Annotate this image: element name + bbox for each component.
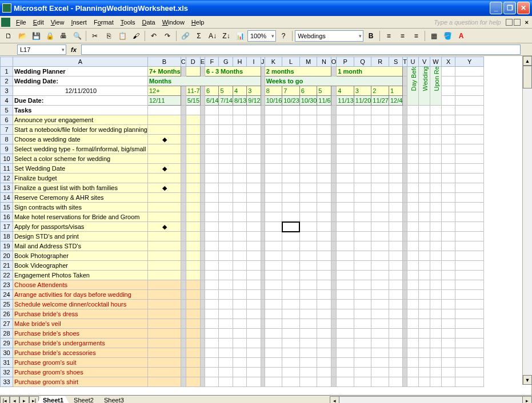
cell[interactable] xyxy=(265,290,282,300)
cell[interactable] xyxy=(455,144,484,154)
cell[interactable] xyxy=(247,241,261,251)
cell[interactable] xyxy=(317,115,331,125)
cell[interactable] xyxy=(403,164,407,174)
cell[interactable] xyxy=(403,319,407,329)
cell[interactable] xyxy=(200,135,205,144)
cell[interactable] xyxy=(455,309,484,319)
cell[interactable] xyxy=(148,338,181,348)
cell[interactable] xyxy=(261,309,265,319)
cell[interactable] xyxy=(389,115,402,125)
cell[interactable] xyxy=(331,222,337,232)
cell[interactable] xyxy=(371,232,389,241)
cell[interactable] xyxy=(205,115,219,125)
col-header-J[interactable]: J xyxy=(261,57,265,67)
cell[interactable] xyxy=(419,338,430,348)
cell[interactable] xyxy=(265,329,282,338)
cell[interactable] xyxy=(299,290,317,300)
cell[interactable] xyxy=(265,338,282,348)
tab-sheet1[interactable]: Sheet1 xyxy=(37,396,70,403)
cell[interactable] xyxy=(299,377,317,387)
fx-button[interactable]: fx xyxy=(71,46,77,53)
cell[interactable] xyxy=(265,271,282,280)
font-combo[interactable]: Webdings xyxy=(295,30,363,42)
scroll-down-button[interactable]: ▼ xyxy=(523,375,532,385)
cell[interactable] xyxy=(331,377,337,387)
cell[interactable] xyxy=(354,271,371,280)
cell[interactable] xyxy=(430,212,442,222)
cell[interactable] xyxy=(317,164,331,174)
cell[interactable] xyxy=(205,290,219,300)
cell[interactable] xyxy=(337,271,354,280)
cell[interactable] xyxy=(389,144,402,154)
cell[interactable] xyxy=(354,261,371,271)
cell[interactable] xyxy=(371,164,389,174)
cell[interactable] xyxy=(219,271,233,280)
cell[interactable] xyxy=(247,309,261,319)
cell[interactable] xyxy=(419,329,430,338)
cell[interactable] xyxy=(331,125,337,135)
cell[interactable] xyxy=(200,174,205,183)
cell[interactable] xyxy=(403,300,407,309)
cell[interactable] xyxy=(403,329,407,338)
cell[interactable] xyxy=(261,251,265,261)
col-header-N[interactable]: N xyxy=(317,57,331,67)
cell[interactable] xyxy=(407,183,419,193)
cell[interactable] xyxy=(261,319,265,329)
cell[interactable] xyxy=(233,300,246,309)
cell[interactable] xyxy=(186,144,200,154)
cell[interactable] xyxy=(186,125,200,135)
cell[interactable] xyxy=(148,319,181,329)
cell[interactable] xyxy=(442,329,455,338)
task-cell[interactable]: Make bride's veil xyxy=(13,319,148,329)
cell[interactable] xyxy=(442,164,455,174)
menu-file[interactable]: File xyxy=(13,18,30,27)
cell[interactable] xyxy=(317,300,331,309)
cell[interactable] xyxy=(265,348,282,358)
cell[interactable] xyxy=(442,300,455,309)
cell[interactable] xyxy=(371,135,389,144)
cell[interactable] xyxy=(261,348,265,358)
cell[interactable] xyxy=(299,193,317,203)
tab-sheet3[interactable]: Sheet3 xyxy=(98,396,130,403)
task-cell[interactable]: Finalize a guest list with both families xyxy=(13,183,148,193)
cell[interactable] xyxy=(233,164,246,174)
cell-title[interactable]: Wedding Planner xyxy=(13,67,148,76)
autosum-button[interactable]: Σ xyxy=(193,30,205,42)
cell[interactable] xyxy=(186,222,200,232)
cell[interactable] xyxy=(354,164,371,174)
cell[interactable] xyxy=(317,280,331,290)
cell[interactable] xyxy=(331,203,337,212)
cell[interactable] xyxy=(282,203,300,212)
cell[interactable] xyxy=(403,125,407,135)
cell[interactable]: ◆ xyxy=(148,183,181,193)
cell[interactable] xyxy=(282,261,300,271)
cell[interactable] xyxy=(205,203,219,212)
cell[interactable] xyxy=(299,300,317,309)
cell[interactable] xyxy=(455,241,484,251)
cell[interactable] xyxy=(219,300,233,309)
cell[interactable] xyxy=(261,203,265,212)
cell[interactable] xyxy=(442,135,455,144)
cell[interactable] xyxy=(442,232,455,241)
cell[interactable] xyxy=(389,309,402,319)
cell[interactable] xyxy=(205,241,219,251)
task-cell[interactable]: Choose Attendents xyxy=(13,280,148,290)
cell[interactable] xyxy=(354,338,371,348)
cell[interactable] xyxy=(317,212,331,222)
cell[interactable] xyxy=(317,232,331,241)
cell[interactable] xyxy=(442,338,455,348)
task-cell[interactable]: Arrange activities for days before weddi… xyxy=(13,290,148,300)
cell[interactable] xyxy=(282,193,300,203)
cell[interactable] xyxy=(282,300,300,309)
cell[interactable] xyxy=(371,329,389,338)
cell[interactable] xyxy=(299,348,317,358)
cell[interactable] xyxy=(317,251,331,261)
cell[interactable] xyxy=(337,232,354,241)
cell[interactable] xyxy=(407,261,419,271)
cell[interactable] xyxy=(419,319,430,329)
cell[interactable] xyxy=(371,241,389,251)
cell[interactable] xyxy=(205,329,219,338)
col-header-I[interactable]: I xyxy=(247,57,261,67)
cell[interactable] xyxy=(430,115,442,125)
cell[interactable] xyxy=(181,125,186,135)
